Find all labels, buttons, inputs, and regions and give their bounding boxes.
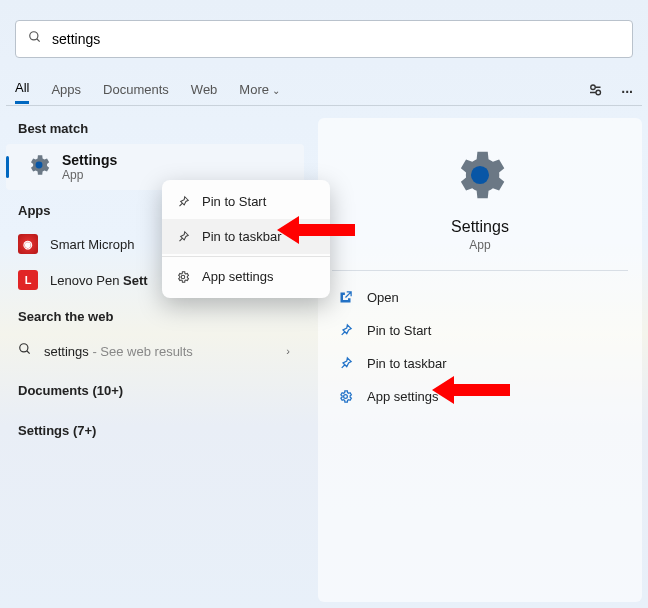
context-label: Pin to Start [202,194,266,209]
action-label: Pin to Start [367,323,431,338]
chevron-down-icon: ⌄ [272,85,280,96]
annotation-arrow [277,212,357,248]
smart-microphone-icon: ◉ [18,234,38,254]
search-input[interactable] [52,31,620,47]
svg-point-3 [596,90,601,95]
tab-documents[interactable]: Documents [103,82,169,103]
app-label: Smart Microph [50,237,135,252]
svg-point-9 [344,395,348,399]
more-options-icon[interactable]: ··· [621,84,633,100]
tabs-row: All Apps Documents Web More⌄ ··· [15,78,633,106]
gear-icon [338,389,353,404]
open-icon [338,290,353,305]
context-app-settings[interactable]: App settings [162,259,330,294]
divider [6,105,642,106]
web-search-result[interactable]: settings - See web results › [6,332,304,370]
tab-more[interactable]: More⌄ [239,82,280,103]
action-label: Open [367,290,399,305]
svg-line-6 [27,351,30,354]
gear-icon [318,144,642,206]
search-icon [28,30,42,48]
pin-icon [338,323,353,338]
svg-point-7 [181,275,185,279]
best-match-label: Best match [6,118,304,144]
web-section-label: Search the web [6,306,304,332]
tab-apps[interactable]: Apps [51,82,81,103]
svg-point-0 [30,32,38,40]
best-match-title: Settings [62,152,117,168]
search-bar[interactable] [15,20,633,58]
detail-subtitle: App [318,238,642,252]
action-pin-to-start[interactable]: Pin to Start [318,314,642,347]
gear-icon [176,270,190,284]
settings-section-label[interactable]: Settings (7+) [6,420,304,446]
svg-point-5 [20,344,28,352]
selection-indicator [6,156,9,178]
pin-icon [176,230,190,244]
app-label: Lenovo Pen Sett [50,273,148,288]
documents-section-label[interactable]: Documents (10+) [6,380,304,406]
search-home-icon[interactable] [587,82,605,103]
detail-title: Settings [318,218,642,236]
svg-point-4 [36,162,43,169]
context-label: App settings [202,269,274,284]
divider [332,270,628,271]
search-icon [18,342,32,360]
context-label: Pin to taskbar [202,229,282,244]
svg-point-8 [471,166,489,184]
tab-all[interactable]: All [15,80,29,104]
svg-marker-11 [432,376,510,404]
web-text: settings - See web results [44,344,193,359]
lenovo-icon: L [18,270,38,290]
svg-marker-10 [277,216,355,244]
action-open[interactable]: Open [318,281,642,314]
svg-line-1 [37,39,40,42]
pin-icon [176,195,190,209]
chevron-right-icon: › [286,345,290,357]
pin-icon [338,356,353,371]
tab-web[interactable]: Web [191,82,218,103]
best-match-subtitle: App [62,168,117,182]
action-label: Pin to taskbar [367,356,447,371]
gear-icon [26,152,52,182]
annotation-arrow [432,372,512,408]
svg-point-2 [591,85,596,90]
context-separator [162,256,330,257]
action-label: App settings [367,389,439,404]
detail-panel: Settings App Open Pin to Start Pin to ta… [318,118,642,602]
